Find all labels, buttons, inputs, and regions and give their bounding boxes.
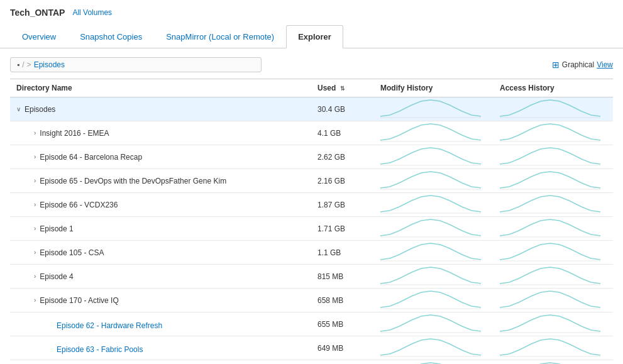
expand-icon[interactable]: › xyxy=(34,249,36,256)
sparkline-svg xyxy=(380,338,481,356)
dir-text: Episode 105 - CSA xyxy=(40,248,104,257)
expand-icon[interactable]: › xyxy=(34,297,36,304)
sparkline-svg xyxy=(380,99,481,118)
tab-snapshot-copies[interactable]: Snapshot Copies xyxy=(68,25,154,48)
dir-text: Episode 64 - Barcelona Recap xyxy=(40,153,142,162)
all-volumes-link[interactable]: All Volumes xyxy=(72,8,112,17)
access-history-cell xyxy=(493,241,613,265)
sparkline-svg xyxy=(380,194,481,213)
used-cell: 4.1 GB xyxy=(311,121,374,145)
sparkline-svg xyxy=(500,290,600,309)
table-header-row: Directory Name Used ⇅ Modify History Acc… xyxy=(10,79,613,97)
modify-history-cell xyxy=(374,97,493,121)
dir-name-cell: ›Episode 64 - Barcelona Recap xyxy=(10,145,311,169)
sparkline-svg xyxy=(500,314,600,333)
expand-icon[interactable]: › xyxy=(34,273,36,280)
grid-icon: ⊞ xyxy=(552,60,560,70)
access-history-cell xyxy=(493,97,613,121)
file-table: Directory Name Used ⇅ Modify History Acc… xyxy=(10,79,613,364)
sparkline-svg xyxy=(500,361,600,364)
breadcrumb: ▪ / > Episodes xyxy=(10,57,262,72)
dir-name-cell: ∨Episodes xyxy=(10,97,311,121)
dir-name-cell: Episode 63 - Fabric Pools xyxy=(10,336,311,360)
table-row: ›Insight 2016 - EMEA4.1 GB xyxy=(10,121,613,145)
table-row: ›Episode 71 - SPC-1 A700s624 MB xyxy=(10,360,613,365)
dir-text: Episode 66 - VCDX236 xyxy=(40,201,118,209)
tab-bar: Overview Snapshot Copies SnapMirror (Loc… xyxy=(0,25,623,48)
table-row: Episode 63 - Fabric Pools649 MB xyxy=(10,336,613,360)
sparkline-svg xyxy=(380,290,481,309)
dir-text: Episode 1 xyxy=(40,224,73,233)
used-cell: 815 MB xyxy=(311,265,374,289)
expand-icon[interactable]: › xyxy=(34,130,36,136)
graphical-view-control: ⊞ GraphicalView xyxy=(552,60,613,70)
breadcrumb-separator: / xyxy=(22,60,24,69)
collapse-icon[interactable]: ∨ xyxy=(16,106,21,113)
used-cell: 649 MB xyxy=(311,336,374,360)
sparkline-svg xyxy=(380,123,481,141)
modify-history-cell xyxy=(374,360,493,365)
access-history-cell xyxy=(493,289,613,312)
table-row: ›Episode 64 - Barcelona Recap2.62 GB xyxy=(10,145,613,169)
folder-icon: ▪ xyxy=(17,60,19,69)
expand-icon[interactable]: › xyxy=(34,153,36,160)
table-row: Episode 62 - Hardware Refresh655 MB xyxy=(10,312,613,336)
dir-name-cell: ›Episode 65 - DevOps with the DevOpsFath… xyxy=(10,169,311,193)
used-cell: 1.87 GB xyxy=(311,193,374,217)
sparkline-svg xyxy=(500,266,600,285)
dir-name-cell: ›Insight 2016 - EMEA xyxy=(10,121,311,145)
used-cell: 624 MB xyxy=(311,360,374,365)
modify-history-cell xyxy=(374,217,493,241)
sparkline-svg xyxy=(500,170,600,189)
modify-history-cell xyxy=(374,336,493,360)
breadcrumb-gt: > xyxy=(27,60,31,69)
modify-history-cell xyxy=(374,193,493,217)
dir-name-cell: ›Episode 66 - VCDX236 xyxy=(10,193,311,217)
dir-name-cell: ›Episode 4 xyxy=(10,265,311,289)
modify-history-cell xyxy=(374,169,493,193)
dir-link[interactable]: Episode 63 - Fabric Pools xyxy=(57,345,143,354)
breadcrumb-bar: ▪ / > Episodes ⊞ GraphicalView xyxy=(0,48,623,79)
expand-icon[interactable]: › xyxy=(34,177,36,184)
dir-name-cell: ›Episode 71 - SPC-1 A700s xyxy=(10,360,311,365)
used-cell: 2.62 GB xyxy=(311,145,374,169)
col-modify-history: Modify History xyxy=(374,79,493,97)
used-cell: 1.1 GB xyxy=(311,241,374,265)
breadcrumb-folder: Episodes xyxy=(34,60,65,69)
sparkline-svg xyxy=(500,242,600,261)
dir-name-cell: Episode 62 - Hardware Refresh xyxy=(10,312,311,336)
tab-explorer[interactable]: Explorer xyxy=(286,25,343,48)
table-row: ∨Episodes30.4 GB xyxy=(10,97,613,121)
col-used[interactable]: Used ⇅ xyxy=(311,79,374,97)
access-history-cell xyxy=(493,336,613,360)
dir-text: Episode 4 xyxy=(40,272,73,281)
dir-text: Episodes xyxy=(25,105,55,114)
sparkline-svg xyxy=(500,218,600,237)
expand-icon[interactable]: › xyxy=(34,225,36,232)
dir-text: Episode 65 - DevOps with the DevOpsFathe… xyxy=(40,177,226,185)
table-row: ›Episode 11.71 GB xyxy=(10,217,613,241)
modify-history-cell xyxy=(374,312,493,336)
dir-name-cell: ›Episode 105 - CSA xyxy=(10,241,311,265)
access-history-cell xyxy=(493,312,613,336)
tab-snapmirror[interactable]: SnapMirror (Local or Remote) xyxy=(154,25,286,48)
table-row: ›Episode 4815 MB xyxy=(10,265,613,289)
used-cell: 655 MB xyxy=(311,312,374,336)
access-history-cell xyxy=(493,193,613,217)
sparkline-svg xyxy=(380,218,481,237)
graphical-label: Graphical xyxy=(562,60,594,69)
expand-icon[interactable]: › xyxy=(34,201,36,208)
access-history-cell xyxy=(493,121,613,145)
view-link[interactable]: View xyxy=(597,60,613,69)
sparkline-svg xyxy=(500,123,600,141)
sparkline-svg xyxy=(500,194,600,213)
used-cell: 2.16 GB xyxy=(311,169,374,193)
dir-link[interactable]: Episode 62 - Hardware Refresh xyxy=(57,321,162,330)
access-history-cell xyxy=(493,169,613,193)
sparkline-svg xyxy=(500,99,600,118)
table-row: ›Episode 65 - DevOps with the DevOpsFath… xyxy=(10,169,613,193)
tab-overview[interactable]: Overview xyxy=(10,25,68,48)
file-table-container: Directory Name Used ⇅ Modify History Acc… xyxy=(0,79,623,364)
dir-name-cell: ›Episode 170 - Active IQ xyxy=(10,289,311,312)
sparkline-svg xyxy=(380,170,481,189)
